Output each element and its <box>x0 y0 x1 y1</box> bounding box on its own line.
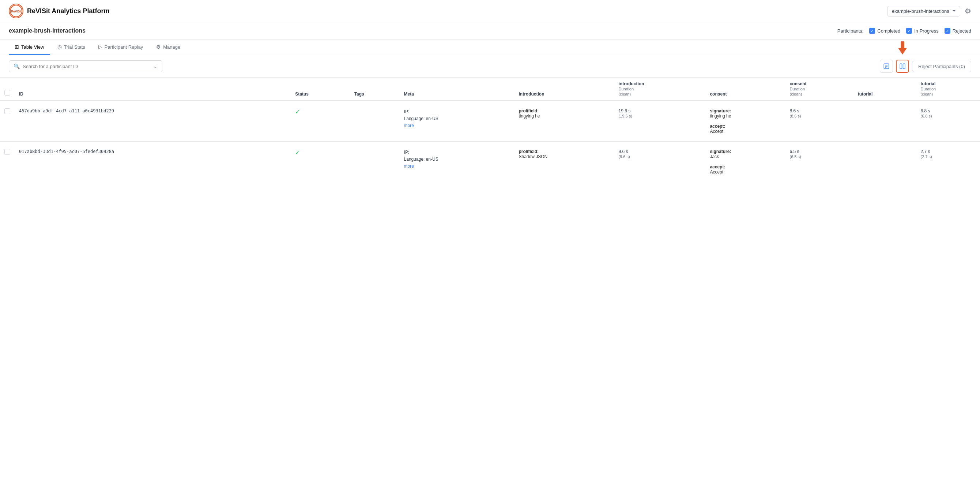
row2-tutorial-duration-clean: (2.7 s) <box>921 155 932 159</box>
reject-participants-button[interactable]: Reject Participants (0) <box>912 61 971 72</box>
sub-header: example-brush-interactions Participants:… <box>0 22 980 40</box>
chevron-down-icon: ⌄ <box>153 63 158 69</box>
table-row: 017ab8bd-33d1-4f95-ac07-5fedef30928a ✓ I… <box>0 142 980 182</box>
header-meta: Meta <box>400 78 514 101</box>
row1-consent-accept-value: Accept <box>710 129 723 134</box>
header-introduction: introduction <box>514 78 614 101</box>
header-consent-duration: consentDuration(clean) <box>786 78 853 101</box>
completed-checkbox[interactable]: ✓ <box>869 28 875 34</box>
row1-consent-sig-value: tingying he <box>710 113 731 118</box>
row2-meta-ip: IP: <box>404 150 410 155</box>
row1-tags <box>350 101 400 142</box>
tab-manage-label: Manage <box>163 44 180 50</box>
row1-consent-duration: 8.6 s (8.6 s) <box>786 101 853 142</box>
row2-status-check: ✓ <box>295 149 300 156</box>
tab-participant-replay[interactable]: ▷ Participant Replay <box>92 40 149 55</box>
header-status: Status <box>291 78 350 101</box>
logo-icon: ReVISit <box>9 4 24 18</box>
participants-label: Participants: <box>837 28 864 34</box>
table-container: ID Status Tags Meta introduction introdu… <box>0 78 980 182</box>
row1-tutorial-duration-value: 6.8 s <box>921 109 930 113</box>
tab-trial-stats[interactable]: ◎ Trial Stats <box>52 40 91 55</box>
row1-status: ✓ <box>291 101 350 142</box>
filter-completed[interactable]: ✓ Completed <box>869 28 900 34</box>
header-consent: consent <box>705 78 785 101</box>
row2-intro-duration-clean: (9.6 s) <box>619 155 630 159</box>
row2-meta-language: Language: en-US <box>404 157 438 162</box>
filter-rejected[interactable]: ✓ Rejected <box>945 28 971 34</box>
row1-status-check: ✓ <box>295 109 300 115</box>
column-icon-btn[interactable] <box>896 60 909 73</box>
row2-consent-duration-clean: (6.5 s) <box>790 155 801 159</box>
row1-consent-duration-value: 8.6 s <box>790 109 799 113</box>
in-progress-checkbox[interactable]: ✓ <box>906 28 912 34</box>
download-icon-btn[interactable] <box>880 60 893 73</box>
in-progress-label: In Progress <box>914 28 938 34</box>
header-id: ID <box>14 78 291 101</box>
row2-consent-duration-value: 6.5 s <box>790 149 799 154</box>
gear-icon[interactable]: ⚙ <box>965 6 971 15</box>
row2-consent-accept-value: Accept <box>710 169 723 174</box>
row2-status: ✓ <box>291 142 350 182</box>
row2-intro-value: Shadow JSON <box>519 154 547 159</box>
row1-intro-duration-clean: (19.6 s) <box>619 114 632 118</box>
svg-rect-7 <box>903 64 905 69</box>
study-select[interactable]: example-brush-interactions <box>887 6 960 16</box>
row2-consent-sig-label: signature: <box>710 149 731 154</box>
participants-table: ID Status Tags Meta introduction introdu… <box>0 78 980 182</box>
rejected-label: Rejected <box>953 28 971 34</box>
row1-consent-sig-label: signature: <box>710 109 731 113</box>
row1-meta-ip: IP: <box>404 109 410 114</box>
row1-meta-more[interactable]: more <box>404 123 414 128</box>
header-right: example-brush-interactions ⚙ <box>887 6 971 16</box>
header-tags: Tags <box>350 78 400 101</box>
row1-intro-duration: 19.6 s (19.6 s) <box>614 101 706 142</box>
study-name: example-brush-interactions <box>9 27 837 34</box>
row2-intro-label: prolificId: <box>519 149 539 154</box>
header-tutorial-duration: tutorialDuration(clean) <box>916 78 980 101</box>
row1-tutorial <box>853 101 916 142</box>
tab-manage[interactable]: ⚙ Manage <box>150 40 186 55</box>
completed-label: Completed <box>877 28 900 34</box>
row2-tags <box>350 142 400 182</box>
app-title: ReVISit Analytics Platform <box>27 7 109 15</box>
row2-consent-accept-label: accept: <box>710 165 725 169</box>
row1-meta-language: Language: en-US <box>404 116 438 121</box>
trial-stats-icon: ◎ <box>57 44 62 50</box>
row1-checkbox-cell <box>0 101 14 142</box>
manage-icon: ⚙ <box>156 44 161 50</box>
row2-meta-more[interactable]: more <box>404 164 414 169</box>
row2-consent-sig-value: Jack <box>710 154 719 159</box>
table-view-icon: ⊞ <box>14 44 19 50</box>
toolbar: 🔍 ⌄ <box>0 55 980 78</box>
logo-area: ReVISit ReVISit Analytics Platform <box>9 4 887 18</box>
row2-intro-duration-value: 9.6 s <box>619 149 628 154</box>
table-row: 457da9bb-a9df-4cd7-a111-a0c4931bd229 ✓ I… <box>0 101 980 142</box>
row1-consent-accept-label: accept: <box>710 124 725 129</box>
svg-rect-6 <box>900 64 902 69</box>
tab-trial-stats-label: Trial Stats <box>64 44 85 50</box>
rejected-checkbox[interactable]: ✓ <box>945 28 950 34</box>
row2-intro-duration: 9.6 s (9.6 s) <box>614 142 706 182</box>
row1-id: 457da9bb-a9df-4cd7-a111-a0c4931bd229 <box>14 101 291 142</box>
toolbar-right: Reject Participants (0) <box>880 60 971 73</box>
participant-replay-icon: ▷ <box>99 44 102 50</box>
row2-checkbox[interactable] <box>5 149 10 155</box>
tab-participant-replay-label: Participant Replay <box>105 44 143 50</box>
search-icon: 🔍 <box>14 63 20 69</box>
header-checkbox-col <box>0 78 14 101</box>
row1-consent: signature: tingying he accept: Accept <box>705 101 785 142</box>
header: ReVISit ReVISit Analytics Platform examp… <box>0 0 980 22</box>
search-box[interactable]: 🔍 ⌄ <box>9 61 162 72</box>
row1-intro-duration-value: 19.6 s <box>619 109 631 113</box>
participants-filter: Participants: ✓ Completed ✓ In Progress … <box>837 28 971 34</box>
filter-in-progress[interactable]: ✓ In Progress <box>906 28 938 34</box>
search-input[interactable] <box>23 64 150 69</box>
row1-checkbox[interactable] <box>5 109 10 114</box>
tab-table-view[interactable]: ⊞ Table View <box>9 40 50 55</box>
row2-consent: signature: Jack accept: Accept <box>705 142 785 182</box>
header-tutorial: tutorial <box>853 78 916 101</box>
row1-tutorial-duration: 6.8 s (6.8 s) <box>916 101 980 142</box>
select-all-checkbox[interactable] <box>5 89 10 96</box>
row1-intro-value: tingying he <box>519 113 540 118</box>
